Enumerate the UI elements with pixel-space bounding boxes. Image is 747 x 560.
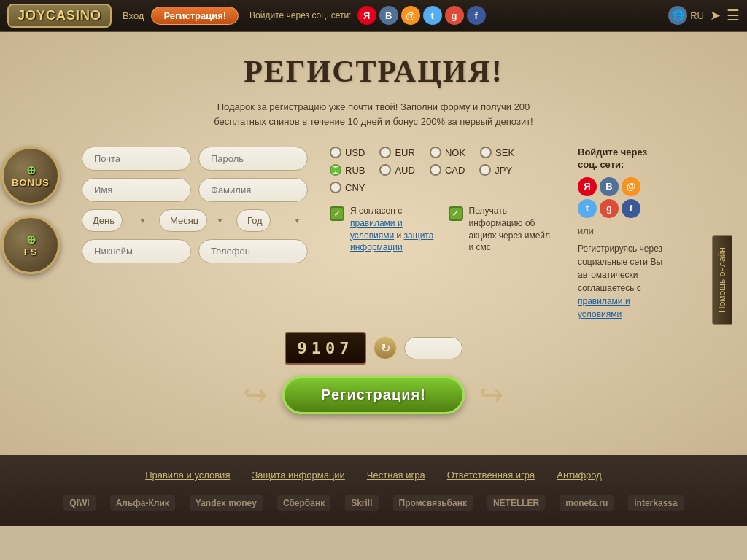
currency-usd[interactable]: USD xyxy=(330,147,365,158)
payment-yandex: Yandex money xyxy=(190,495,263,511)
googleplus-icon[interactable]: g xyxy=(445,6,464,25)
rub-label: RUB xyxy=(345,165,365,176)
nickname-phone-row xyxy=(82,239,308,263)
currency-jpy[interactable]: JPY xyxy=(479,164,512,176)
captcha-row: 9107 ↻ xyxy=(15,332,732,365)
bonus-plus-icon: ⊕ xyxy=(26,163,36,177)
footer: Правила и условия Защита информации Чест… xyxy=(0,455,747,526)
payment-alfaclick: Альфа-Клик xyxy=(110,495,175,511)
currency-row-3: CNY xyxy=(330,182,556,193)
terms-checkbox-item: ✓ Я согласен с правилами и условиями и з… xyxy=(330,205,438,254)
right-yandex-icon[interactable]: Я xyxy=(578,177,597,196)
nickname-field[interactable] xyxy=(82,239,191,263)
captcha-code: 9107 xyxy=(285,332,367,365)
fs-plus-icon: ⊕ xyxy=(26,233,36,246)
ok-icon[interactable]: @ xyxy=(401,6,420,25)
currency-aud[interactable]: AUD xyxy=(379,164,414,176)
registration-form-container: ⊕ BONUS ⊕ FS День xyxy=(82,147,665,321)
bonus-label: BONUS xyxy=(12,177,50,188)
footer-link-rules[interactable]: Правила и условия xyxy=(145,470,230,481)
right-twitter-icon[interactable]: t xyxy=(578,199,597,218)
month-select[interactable]: Месяц xyxy=(159,209,207,232)
footer-link-fair[interactable]: Честная игра xyxy=(367,470,425,481)
day-select[interactable]: День xyxy=(82,209,123,232)
aud-radio[interactable] xyxy=(379,164,391,176)
payment-interkassa: interkassa xyxy=(628,495,683,511)
currency-eur[interactable]: EUR xyxy=(379,147,414,158)
right-vk-icon[interactable]: В xyxy=(600,177,619,196)
main-content: РЕГИСТРАЦИЯ! Подарок за регистрацию уже … xyxy=(0,32,747,455)
password-field[interactable] xyxy=(198,147,308,171)
captcha-input[interactable] xyxy=(404,337,462,359)
twitter-icon[interactable]: t xyxy=(423,6,442,25)
register-submit-button[interactable]: Регистрация! xyxy=(282,376,465,414)
date-row: День Месяц Год xyxy=(82,209,308,232)
language-selector[interactable]: 🌐 RU xyxy=(668,6,704,25)
terms-link[interactable]: правилами и условиями xyxy=(350,218,403,241)
help-button[interactable]: Помощь онлайн xyxy=(712,235,732,325)
cad-radio[interactable] xyxy=(430,164,441,176)
footer-link-privacy[interactable]: Защита информации xyxy=(252,470,344,481)
payment-neteller: NETELLER xyxy=(487,495,545,511)
currency-sek[interactable]: SEK xyxy=(480,147,514,158)
promo-checkbox-item: ✓ Получать информацию об акциях через им… xyxy=(449,205,557,254)
eur-radio[interactable] xyxy=(379,147,391,158)
header-social-icons: Я В @ t g f xyxy=(357,6,486,25)
left-badges: ⊕ BONUS ⊕ FS xyxy=(1,147,60,274)
arrow-right-icon[interactable]: ➤ xyxy=(710,7,721,23)
footer-link-antifraud[interactable]: Антифрод xyxy=(557,470,602,481)
or-label: или xyxy=(578,225,665,236)
facebook-icon[interactable]: f xyxy=(467,6,486,25)
form-fields: День Месяц Год xyxy=(82,147,308,321)
currency-rub[interactable]: RUB xyxy=(330,164,365,176)
year-select-wrapper: Год xyxy=(236,209,308,232)
right-terms-link[interactable]: правилами и условиями xyxy=(578,296,630,319)
header: JOYCASINO Вход Регистрация! Войдите чере… xyxy=(0,0,747,32)
month-select-wrapper: Месяц xyxy=(159,209,231,232)
currency-nok[interactable]: NOK xyxy=(430,147,465,158)
login-link[interactable]: Вход xyxy=(123,10,144,21)
page-title: РЕГИСТРАЦИЯ! xyxy=(15,54,732,89)
name-row xyxy=(82,178,308,202)
bonus-badge[interactable]: ⊕ BONUS xyxy=(1,147,60,205)
yandex-icon[interactable]: Я xyxy=(357,6,376,25)
logo[interactable]: JOYCASINO xyxy=(7,4,112,28)
cad-label: CAD xyxy=(445,165,465,176)
right-social-title: Войдите через соц. сети: xyxy=(578,147,665,171)
usd-radio[interactable] xyxy=(330,147,341,158)
sek-radio[interactable] xyxy=(480,147,492,158)
currency-row-1: USD EUR NOK SEK xyxy=(330,147,556,158)
deco-arrow-left-icon: ↩ xyxy=(243,378,268,411)
register-nav-button[interactable]: Регистрация! xyxy=(151,7,239,25)
right-ok-icon[interactable]: @ xyxy=(622,177,640,196)
right-googleplus-icon[interactable]: g xyxy=(600,199,619,218)
lastname-field[interactable] xyxy=(198,178,308,202)
promo-text: Получать информацию об акциях через имей… xyxy=(469,205,557,254)
vk-icon[interactable]: В xyxy=(379,6,398,25)
email-field[interactable] xyxy=(82,147,191,171)
promo-checkbox[interactable]: ✓ xyxy=(449,206,463,221)
terms-text: Я согласен с правилами и условиями и защ… xyxy=(350,205,438,254)
nok-radio[interactable] xyxy=(430,147,441,158)
year-select[interactable]: Год xyxy=(236,209,271,232)
rub-radio[interactable] xyxy=(330,164,341,176)
cny-radio[interactable] xyxy=(330,182,341,193)
currency-cad[interactable]: CAD xyxy=(430,164,465,176)
phone-field[interactable] xyxy=(198,239,308,263)
usd-label: USD xyxy=(345,147,365,158)
footer-link-responsible[interactable]: Ответственная игра xyxy=(447,470,535,481)
hamburger-menu-icon[interactable]: ☰ xyxy=(727,7,740,24)
jpy-radio[interactable] xyxy=(479,164,491,176)
right-facebook-icon[interactable]: f xyxy=(622,199,640,218)
footer-links: Правила и условия Защита информации Чест… xyxy=(15,470,732,481)
fs-badge[interactable]: ⊕ FS xyxy=(1,216,60,274)
globe-icon: 🌐 xyxy=(668,6,687,25)
firstname-field[interactable] xyxy=(82,178,191,202)
aud-label: AUD xyxy=(395,165,414,176)
captcha-refresh-button[interactable]: ↻ xyxy=(374,336,397,359)
currency-cny[interactable]: CNY xyxy=(330,182,365,193)
day-select-wrapper: День xyxy=(82,209,153,232)
cny-label: CNY xyxy=(345,182,365,193)
checkbox-section: ✓ Я согласен с правилами и условиями и з… xyxy=(330,205,556,254)
terms-checkbox[interactable]: ✓ xyxy=(330,206,344,221)
